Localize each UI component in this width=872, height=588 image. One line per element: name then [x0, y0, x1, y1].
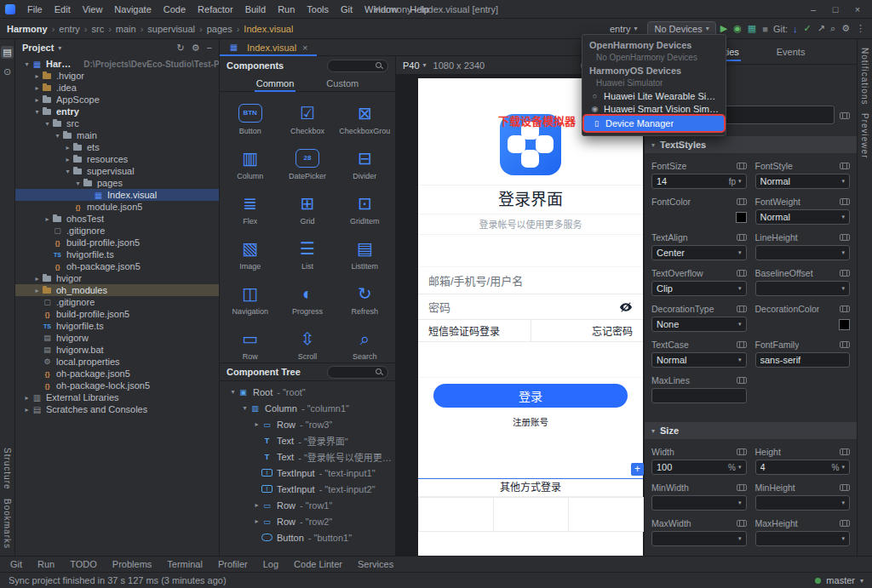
bind-link-icon[interactable] — [840, 163, 850, 168]
project-tree-item[interactable]: build-profile.json5 — [15, 237, 219, 248]
menu-item[interactable]: Git — [336, 3, 358, 16]
bind-link-icon[interactable] — [840, 484, 850, 490]
component-palette-item[interactable]: ⊠ CheckboxGrou — [336, 95, 393, 140]
component-palette-item[interactable]: ⊞ Grid — [278, 186, 336, 231]
attribute-control[interactable]: ▾ — [755, 317, 851, 332]
close-button[interactable]: × — [848, 4, 867, 14]
device-menu-item[interactable]: Huawei Lite Wearable Simulator — [582, 89, 726, 102]
editor-tab[interactable]: Index.visual × — [220, 39, 317, 55]
tool-window-button[interactable]: Run — [37, 559, 54, 569]
component-palette-item[interactable]: ⊟ Divider — [336, 140, 393, 186]
device-menu-item[interactable]: HarmonyOS Devices — [582, 64, 726, 77]
menu-item[interactable]: File — [22, 3, 48, 16]
component-tree-item[interactable]: ▸ Row - "row1" — [220, 497, 395, 513]
tool-window-button[interactable]: Terminal — [167, 559, 203, 569]
project-tree-item[interactable]: hvigorfile.ts — [15, 248, 219, 260]
bind-link-icon[interactable] — [840, 305, 850, 311]
component-palette-item[interactable]: ↻ Refresh — [336, 276, 393, 321]
tool-window-button[interactable]: Services — [358, 559, 393, 569]
attributes-tab[interactable]: Events — [775, 43, 807, 61]
more-options-icon[interactable]: ⋮ — [856, 23, 865, 34]
password-visibility-icon[interactable] — [619, 300, 633, 314]
hide-panel-icon[interactable]: − — [207, 43, 212, 54]
component-tree-item[interactable]: ▸ Row - "row3" — [220, 416, 395, 432]
component-palette-item[interactable]: ◫ Navigation — [221, 276, 278, 321]
stop-icon[interactable]: ■ — [762, 24, 768, 34]
tree-chevron-icon[interactable]: ▸ — [32, 72, 42, 80]
project-tree-item[interactable]: ▸ Scratches and Consoles — [15, 403, 219, 415]
component-tree-item[interactable]: ▾ Column - "column1" — [220, 400, 395, 416]
bind-link-icon[interactable] — [840, 112, 850, 118]
menu-item[interactable]: Run — [272, 3, 300, 16]
login-subtitle-text[interactable]: 登录帐号以使用更多服务 — [418, 214, 643, 235]
project-tree-item[interactable]: hvigorfile.ts — [15, 320, 219, 332]
project-tree-item[interactable]: .gitignore — [15, 296, 219, 308]
bind-link-icon[interactable] — [840, 520, 850, 526]
component-palette-item[interactable]: BTN Button — [221, 95, 278, 140]
bind-link-icon[interactable] — [840, 198, 850, 204]
git-branch-name[interactable]: master — [826, 575, 855, 585]
tree-chevron-icon[interactable]: ▾ — [63, 168, 72, 175]
bind-link-icon[interactable] — [737, 305, 747, 311]
device-menu-item[interactable]: Device Manager — [584, 116, 724, 131]
component-tree-item[interactable]: ▸ Row - "row2" — [220, 513, 395, 529]
component-palette-item[interactable]: ⊡ GridItem — [336, 186, 393, 231]
component-tree-search-input[interactable] — [327, 366, 388, 379]
device-menu-item[interactable]: OpenHarmony Devices — [582, 38, 726, 51]
tree-chevron-icon[interactable]: ▾ — [53, 132, 62, 140]
add-component-handle[interactable]: + — [631, 463, 644, 476]
project-tree-item[interactable]: hvigorw.bat — [15, 344, 219, 356]
empty-block[interactable] — [418, 342, 643, 378]
component-palette-item[interactable]: ☑ Checkbox — [278, 95, 336, 140]
project-tree-item[interactable]: module.json5 — [15, 201, 219, 213]
search-everywhere-icon[interactable]: ⌕ — [830, 23, 835, 34]
attribute-control[interactable]: ▾ — [651, 388, 747, 403]
project-tree-item[interactable]: .gitignore — [15, 225, 219, 237]
attribute-control[interactable]: ▾ — [755, 531, 851, 546]
menu-item[interactable]: Code — [158, 3, 191, 16]
bind-link-icon[interactable] — [737, 341, 747, 347]
menu-item[interactable]: Tools — [301, 3, 334, 16]
commit-tool-icon[interactable]: ⊙ — [1, 66, 14, 78]
bind-link-icon[interactable] — [840, 341, 850, 347]
components-tab[interactable]: Custom — [324, 77, 360, 90]
project-tree-item[interactable]: oh-package.json5 — [15, 260, 219, 272]
component-palette-item[interactable]: ≣ Flex — [221, 186, 278, 231]
tree-chevron-icon[interactable]: ▸ — [32, 96, 42, 104]
component-tree-item[interactable]: TextInput - "text-input1" — [220, 465, 395, 481]
attribute-control[interactable]: ▾ — [651, 209, 747, 225]
component-palette-item[interactable]: ◐ Progress — [278, 276, 336, 321]
attribute-control[interactable]: Center ▾ — [651, 245, 747, 260]
breadcrumb-item[interactable]: supervisual — [136, 24, 195, 34]
close-tab-icon[interactable]: × — [302, 43, 307, 53]
component-palette-item[interactable]: ▧ Image — [221, 231, 278, 276]
project-tree-item[interactable]: ▸ External Libraries — [15, 391, 219, 403]
component-palette-item[interactable]: ▭ Row — [221, 321, 278, 363]
tree-chevron-icon[interactable]: ▸ — [63, 144, 72, 151]
device-menu-item[interactable]: Huawei Smart Vision Simulator — [582, 102, 726, 115]
component-tree-item[interactable]: ▾ Root - "root" — [220, 384, 395, 400]
sms-login-link[interactable]: 短信验证码登录 — [418, 320, 531, 341]
tree-chevron-icon[interactable]: ▸ — [252, 501, 261, 509]
bind-link-icon[interactable] — [737, 520, 747, 526]
design-preview[interactable]: 登录界面 登录帐号以使用更多服务 邮箱/手机号/用户名 密码 — [418, 78, 643, 556]
grid-cell[interactable] — [493, 497, 569, 532]
project-tree-item[interactable]: build-profile.json5 — [15, 308, 219, 320]
tree-chevron-icon[interactable]: ▸ — [63, 156, 72, 163]
breadcrumb-item[interactable]: Harmony — [7, 24, 48, 34]
tree-chevron-icon[interactable]: ▸ — [32, 287, 42, 294]
restore-button[interactable]: □ — [826, 4, 845, 14]
project-tree-item[interactable]: ▸ hvigor — [15, 272, 219, 284]
bind-link-icon[interactable] — [840, 270, 850, 276]
grid-cell[interactable] — [418, 497, 494, 532]
bind-link-icon[interactable] — [737, 198, 747, 204]
section-size[interactable]: ▾ Size — [645, 422, 857, 439]
profile-icon[interactable]: ▦ — [748, 23, 756, 34]
git-update-icon[interactable]: ↓ — [793, 24, 798, 34]
attribute-control[interactable]: Normal ▾ — [755, 174, 851, 189]
tool-window-button[interactable]: Profiler — [218, 559, 248, 569]
components-tab[interactable]: Common — [255, 77, 296, 90]
debug-icon[interactable]: ◉ — [733, 23, 742, 34]
login-title-text[interactable]: 登录界面 — [418, 186, 643, 214]
components-search-input[interactable] — [327, 60, 388, 72]
